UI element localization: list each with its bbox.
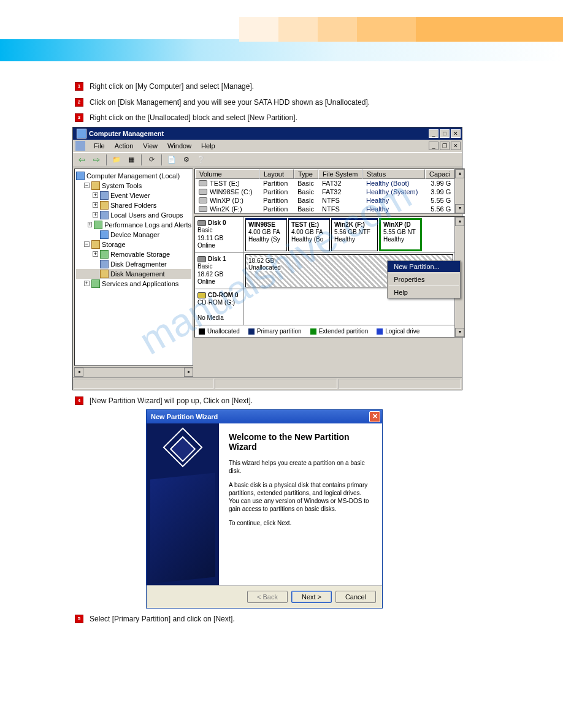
scroll-up-button[interactable]: ▴ <box>455 169 464 178</box>
window-title: Computer Management <box>89 130 427 137</box>
col-status[interactable]: Status <box>362 169 425 179</box>
collapse-icon[interactable]: − <box>84 183 90 188</box>
step-5-text: Select [Primary Partition] and click on … <box>90 615 235 624</box>
list-row[interactable]: WinXP (D:) Partition Basic NTFS Healthy … <box>195 196 454 205</box>
cell-capacity: 3.99 G <box>425 179 454 188</box>
event-viewer-icon <box>100 191 109 200</box>
disk-1-info[interactable]: Disk 1 Basic 18.62 GB Online <box>195 253 244 289</box>
list-row[interactable]: WIN98SE (C:) Partition Basic FAT32 Healt… <box>195 188 454 196</box>
disk-0-info[interactable]: Disk 0 Basic 19.11 GB Online <box>195 217 244 252</box>
tree-local-users[interactable]: Local Users and Groups <box>110 211 183 219</box>
help-button[interactable]: ❔ <box>195 154 207 165</box>
tree-device-manager[interactable]: Device Manager <box>110 231 159 238</box>
cell-layout: Partition <box>259 179 294 188</box>
tree-disk-management[interactable]: Disk Management <box>110 270 165 278</box>
col-fs[interactable]: File System <box>318 169 362 179</box>
wizard-close-button[interactable]: ✕ <box>369 411 380 422</box>
scroll-left-button[interactable]: ◂ <box>74 368 83 377</box>
expand-icon[interactable]: + <box>93 212 98 218</box>
ctx-help[interactable]: Help <box>388 287 460 298</box>
partition-win2k[interactable]: Win2K (F:) 5.56 GB NTF Healthy <box>331 218 378 251</box>
expand-icon[interactable]: + <box>93 192 98 198</box>
disk-icon <box>197 256 206 262</box>
close-button[interactable]: ✕ <box>451 129 461 138</box>
properties-button[interactable]: 📄 <box>166 154 178 165</box>
navigation-tree[interactable]: Computer Management (Local) −System Tool… <box>74 169 193 366</box>
scroll-right-button[interactable]: ▸ <box>184 368 193 377</box>
col-type[interactable]: Type <box>294 169 318 179</box>
partition-test[interactable]: TEST (E:) 4.00 GB FA Healthy (Bo <box>288 218 330 251</box>
scroll-down-button[interactable]: ▾ <box>455 328 464 337</box>
wizard-next-button[interactable]: Next > <box>291 591 332 603</box>
scroll-up-button[interactable]: ▴ <box>455 217 464 226</box>
tree-event-viewer[interactable]: Event Viewer <box>110 192 150 199</box>
disk-mgmt-icon <box>100 270 109 278</box>
maximize-button[interactable]: □ <box>440 129 450 138</box>
computer-management-window: Computer Management _ □ ✕ File Action Vi… <box>72 127 462 390</box>
tree-removable[interactable]: Removable Storage <box>110 251 170 258</box>
expand-icon[interactable]: + <box>93 202 98 208</box>
list-row[interactable]: TEST (E:) Partition Basic FAT32 Healthy … <box>195 179 454 188</box>
cdrom-state: No Media <box>197 314 224 321</box>
cell-status: Healthy <box>362 205 425 213</box>
ctx-new-partition[interactable]: New Partition... <box>388 261 460 272</box>
step-5-badge: 5 <box>75 615 83 623</box>
cell-fs: FAT32 <box>318 179 362 188</box>
tree-system-tools[interactable]: System Tools <box>102 182 142 189</box>
tree-services[interactable]: Services and Applications <box>102 280 178 287</box>
nav-back-button[interactable]: ⇦ <box>75 154 88 165</box>
partition-size: 5.56 GB NTF <box>334 229 375 236</box>
refresh-button[interactable]: ⟳ <box>145 154 158 165</box>
expand-icon[interactable]: + <box>84 281 90 286</box>
partition-status: Healthy (Bo <box>291 236 327 243</box>
titlebar[interactable]: Computer Management _ □ ✕ <box>73 127 462 140</box>
ctx-properties[interactable]: Properties <box>388 274 460 285</box>
expand-icon[interactable]: + <box>93 251 98 257</box>
list-row[interactable]: Win2K (F:) Partition Basic NTFS Healthy … <box>195 205 454 213</box>
list-scrollbar[interactable]: ▴ ▾ <box>455 169 465 214</box>
shared-folders-icon <box>100 201 109 210</box>
wizard-text-2: A basic disk is a physical disk that con… <box>229 481 372 513</box>
context-menu: New Partition... Properties Help <box>387 260 461 298</box>
tree-scrollbar[interactable]: ◂ ▸ <box>74 367 193 376</box>
mdi-minimize-button[interactable]: _ <box>429 142 439 150</box>
nav-forward-button[interactable]: ⇨ <box>90 154 102 165</box>
wizard-titlebar[interactable]: New Partition Wizard ✕ <box>147 410 382 423</box>
expand-icon[interactable]: + <box>88 222 92 227</box>
settings-button[interactable]: ⚙ <box>180 154 193 165</box>
menu-view[interactable]: View <box>138 141 163 151</box>
tree-perf-logs[interactable]: Performance Logs and Alerts <box>104 221 191 229</box>
mdi-restore-button[interactable]: ❐ <box>440 142 450 150</box>
menu-window[interactable]: Window <box>163 141 196 151</box>
tree-root[interactable]: Computer Management (Local) <box>86 172 180 180</box>
cell-type: Basic <box>294 179 318 188</box>
col-capacity[interactable]: Capaci <box>425 169 454 179</box>
up-button[interactable]: 📁 <box>110 154 123 165</box>
views-button[interactable]: ▦ <box>125 154 137 165</box>
collapse-icon[interactable]: − <box>84 241 90 247</box>
volume-list[interactable]: Volume Layout Type File System Status Ca… <box>194 169 455 214</box>
menu-action[interactable]: Action <box>110 141 139 151</box>
tree-storage[interactable]: Storage <box>102 241 126 248</box>
mdi-close-button[interactable]: ✕ <box>451 142 461 150</box>
cdrom-info[interactable]: CD-ROM 0 CD-ROM (G:) No Media <box>195 289 244 325</box>
minimize-button[interactable]: _ <box>429 129 439 138</box>
list-header: Volume Layout Type File System Status Ca… <box>195 169 454 179</box>
header-color-blocks <box>239 17 563 25</box>
wizard-cancel-button[interactable]: Cancel <box>335 591 376 603</box>
tree-shared-folders[interactable]: Shared Folders <box>110 202 156 209</box>
cell-volume: TEST (E:) <box>210 180 240 187</box>
partition-win98se[interactable]: WIN98SE 4.00 GB FA Healthy (Sy <box>245 218 287 251</box>
disk-size: 18.62 GB <box>197 271 223 278</box>
menu-help[interactable]: Help <box>196 141 220 151</box>
col-layout[interactable]: Layout <box>259 169 294 179</box>
col-volume[interactable]: Volume <box>195 169 259 179</box>
cell-type: Basic <box>294 205 318 213</box>
tree-defrag[interactable]: Disk Defragmenter <box>110 260 167 268</box>
legend-unallocated: Unallocated <box>207 328 240 335</box>
device-manager-icon <box>100 230 109 239</box>
menu-file[interactable]: File <box>89 141 110 151</box>
wizard-title: New Partition Wizard <box>148 413 369 420</box>
scroll-down-button[interactable]: ▾ <box>455 204 464 213</box>
partition-winxp[interactable]: WinXP (D 5.55 GB NT Healthy <box>379 218 422 251</box>
